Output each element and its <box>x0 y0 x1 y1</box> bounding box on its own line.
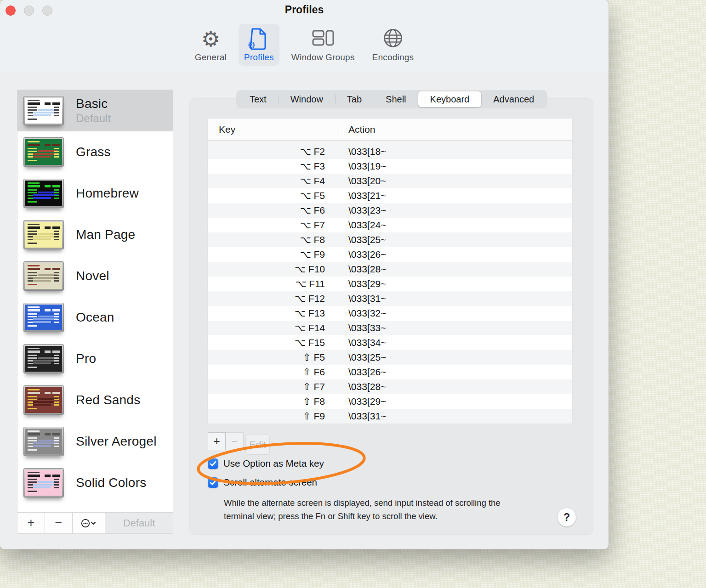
table-row[interactable]: ⇧ F8 \033[29~ <box>208 394 572 409</box>
tab[interactable]: Shell <box>374 91 418 107</box>
remove-key-button[interactable]: − <box>226 432 244 450</box>
profile-sidebar: Basic Default <box>17 90 173 534</box>
add-key-button[interactable]: + <box>208 432 226 450</box>
chevron-down-icon <box>91 522 95 524</box>
key-cell: ⌥ F12 <box>208 293 337 304</box>
profile-list-item[interactable]: Basic Default <box>17 90 173 131</box>
toolbar-item[interactable]: ⚙ Profiles <box>239 24 279 66</box>
action-column-header: Action <box>337 124 375 135</box>
table-row[interactable]: ⇧ F5 \033[25~ <box>208 350 572 365</box>
checkmark-icon <box>209 479 217 486</box>
use-option-as-meta-checkbox-row[interactable]: Use Option as Meta key <box>208 458 324 469</box>
table-edit-buttons: + − Edit <box>208 432 270 455</box>
toolbar-item-label: Profiles <box>244 52 274 62</box>
profile-name: Ocean <box>76 310 114 325</box>
toolbar-item-label: Window Groups <box>291 52 355 62</box>
profile-name: Silver Aerogel <box>76 434 157 449</box>
document-gear-icon: ⚙ <box>250 28 268 51</box>
action-cell: \033[19~ <box>337 161 386 172</box>
default-button[interactable]: Default <box>105 513 173 533</box>
profile-thumbnail <box>23 344 64 373</box>
toolbar-item[interactable]: Encodings <box>367 24 420 66</box>
preferences-window: Profiles ⚙ General ⚙ Profiles Window Gro… <box>0 0 609 549</box>
key-cell: ⌥ F5 <box>208 190 337 201</box>
action-cell: \033[34~ <box>337 337 386 348</box>
toolbar-item[interactable]: ⚙ General <box>189 24 232 66</box>
profile-name: Solid Colors <box>76 475 146 490</box>
table-row[interactable]: ⌥ F10 \033[28~ <box>208 262 572 277</box>
profile-thumbnail <box>23 303 64 332</box>
key-cell: ⇧ F5 <box>208 352 337 363</box>
toolbar-item[interactable]: Window Groups <box>286 24 360 66</box>
profile-list-item[interactable]: Homebrew <box>17 173 173 214</box>
action-cell: \033[28~ <box>337 381 386 392</box>
action-cell: \033[24~ <box>337 220 386 231</box>
edit-key-button[interactable]: Edit <box>245 435 270 455</box>
tab-label: Text <box>250 94 267 105</box>
tab[interactable]: Text <box>238 91 279 107</box>
profile-list-item[interactable]: Red Sands <box>17 379 173 421</box>
profile-list-item[interactable]: Ocean <box>17 297 173 338</box>
table-row[interactable]: ⌥ F12 \033[31~ <box>208 291 572 306</box>
profile-thumbnail <box>23 220 64 249</box>
table-row[interactable]: ⌥ F15 \033[34~ <box>208 335 572 350</box>
checkbox-checked[interactable] <box>208 477 218 488</box>
checkbox-label: Use Option as Meta key <box>223 458 324 469</box>
checkmark-icon <box>209 460 217 468</box>
action-cell: \033[20~ <box>337 175 386 187</box>
key-cell: ⌥ F9 <box>208 249 337 260</box>
key-column-header: Key <box>208 124 337 135</box>
profile-list-item[interactable]: Solid Colors <box>17 462 173 503</box>
profile-thumbnail <box>23 261 64 291</box>
key-cell: ⌥ F14 <box>208 322 337 334</box>
profile-list-item[interactable]: Pro <box>17 338 173 379</box>
table-row[interactable]: ⌥ F3 \033[19~ <box>208 159 572 174</box>
window-title: Profiles <box>0 4 609 16</box>
profile-list-item[interactable]: Novel <box>17 255 173 297</box>
action-cell: \033[32~ <box>337 308 386 319</box>
profile-list-item[interactable]: Grass <box>17 131 173 173</box>
table-row[interactable]: ⌥ F11 \033[29~ <box>208 277 572 291</box>
profile-list: Basic Default <box>17 90 173 512</box>
tab[interactable]: Keyboard <box>418 91 482 107</box>
key-cell: ⇧ F8 <box>208 396 337 407</box>
table-row[interactable]: ⌥ F7 \033[24~ <box>208 218 572 232</box>
checkbox-checked[interactable] <box>208 458 218 469</box>
table-row[interactable]: ⌥ F14 \033[33~ <box>208 321 572 335</box>
key-cell: ⌥ F15 <box>208 337 337 348</box>
table-row[interactable]: ⌥ F9 \033[26~ <box>208 247 572 262</box>
table-row[interactable]: ⌥ F8 \033[25~ <box>208 232 572 247</box>
table-row[interactable]: ⌥ F2 \033[18~ <box>208 144 572 159</box>
profile-list-item[interactable]: Silver Aerogel <box>17 421 173 462</box>
table-row[interactable]: ⇧ F6 \033[26~ <box>208 365 572 379</box>
profile-name: Pro <box>76 351 96 366</box>
globe-icon <box>382 28 404 51</box>
sidebar-toolbar: + − Default <box>17 512 173 533</box>
table-row[interactable]: ⌥ F6 \033[23~ <box>208 203 572 218</box>
more-options-button[interactable] <box>73 513 105 533</box>
table-row[interactable]: ⇧ F9 \033[31~ <box>208 409 572 424</box>
profile-list-item[interactable]: Man Page <box>17 214 173 255</box>
table-row[interactable]: ⌥ F4 \033[20~ <box>208 174 572 188</box>
toolbar-item-label: Encodings <box>372 52 414 62</box>
table-row[interactable]: ⌥ F5 \033[21~ <box>208 188 572 203</box>
toolbar-item-label: General <box>195 52 227 62</box>
scroll-alternate-screen-checkbox-row[interactable]: Scroll alternate screen <box>208 477 317 488</box>
tab-label: Window <box>290 94 323 105</box>
action-cell: \033[31~ <box>337 411 386 422</box>
action-cell: \033[21~ <box>337 190 386 201</box>
tab[interactable]: Window <box>279 91 335 107</box>
toolbar-item-icon-slot <box>312 27 335 51</box>
profile-name: Red Sands <box>76 393 140 407</box>
table-row[interactable]: ⇧ F7 \033[28~ <box>208 379 572 394</box>
question-mark-icon: ? <box>564 511 570 524</box>
table-row[interactable]: ⌥ F13 \033[32~ <box>208 306 572 321</box>
tab[interactable]: Advanced <box>481 91 546 107</box>
add-profile-button[interactable]: + <box>17 513 45 533</box>
profile-name: Basic <box>76 96 111 111</box>
action-cell: \033[26~ <box>337 367 386 378</box>
tab[interactable]: Tab <box>335 91 374 107</box>
key-cell: ⌥ F4 <box>208 175 337 187</box>
help-button[interactable]: ? <box>558 508 576 526</box>
remove-profile-button[interactable]: − <box>45 513 73 533</box>
